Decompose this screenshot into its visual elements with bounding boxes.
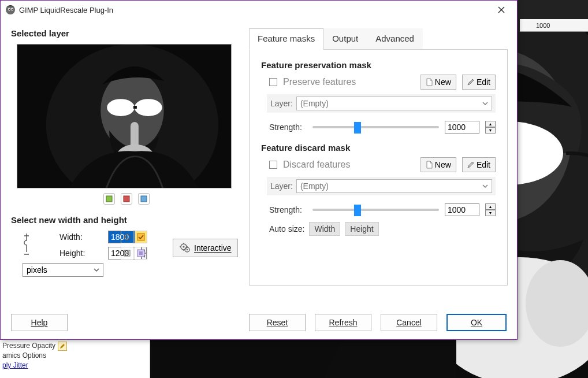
discard-strength-slider[interactable]	[312, 209, 439, 211]
preserve-strength-up[interactable]: ▲	[485, 121, 496, 127]
svg-rect-22	[141, 196, 147, 202]
chevron-down-icon	[94, 267, 99, 273]
tool-options-panel: Pressure Opacity amics Options ply Jitte…	[0, 340, 150, 378]
discard-layer-select[interactable]: (Empty)	[296, 179, 492, 193]
reset-height-icon[interactable]	[121, 247, 133, 260]
link-icon[interactable]	[23, 232, 31, 258]
preserve-label: Preserve features	[283, 77, 356, 87]
svg-point-28	[183, 246, 184, 247]
select-size-heading: Select new width and height	[11, 215, 242, 225]
discard-strength-label: Strength:	[269, 205, 307, 214]
preserve-strength-down[interactable]: ▼	[485, 127, 496, 134]
pencil-icon	[467, 79, 474, 86]
preserve-strength-slider[interactable]	[312, 126, 439, 128]
svg-point-30	[187, 249, 188, 251]
preserve-edit-button[interactable]: Edit	[462, 75, 496, 90]
width-label: Width:	[59, 232, 106, 242]
preserve-layer-label: Layer:	[270, 99, 293, 108]
selected-layer-heading: Selected layer	[11, 28, 242, 38]
preview-layer1-icon[interactable]	[103, 193, 115, 205]
discard-strength-down[interactable]: ▼	[485, 210, 496, 216]
tab-advanced[interactable]: Advanced	[367, 28, 423, 49]
discard-edit-button[interactable]: Edit	[462, 157, 496, 172]
chevron-down-icon	[482, 101, 488, 106]
window-title: GIMP LiquidRescale Plug-In	[19, 6, 489, 14]
mode-icon-2[interactable]	[135, 247, 147, 260]
autosize-width-button[interactable]: Width	[309, 222, 340, 236]
chevron-down-icon	[482, 183, 488, 189]
pencil-icon	[467, 161, 474, 168]
autosize-label: Auto size:	[269, 224, 304, 234]
discard-label: Discard features	[283, 160, 351, 170]
ruler-top: 1000	[520, 19, 588, 32]
layer-preview	[17, 44, 232, 188]
tab-output[interactable]: Output	[323, 28, 367, 49]
app-icon	[5, 5, 16, 15]
discard-heading: Feature discard mask	[261, 143, 496, 153]
refresh-button[interactable]: Refresh	[315, 314, 371, 331]
preserve-strength-label: Strength:	[269, 123, 307, 132]
interactive-label: Interactive	[194, 243, 232, 253]
reset-button[interactable]: Reset	[249, 314, 306, 331]
liquidrescale-dialog: GIMP LiquidRescale Plug-In Selected laye…	[0, 0, 518, 340]
discard-strength-up[interactable]: ▲	[485, 203, 496, 210]
preserve-new-button[interactable]: New	[420, 75, 456, 90]
preserve-checkbox[interactable]	[269, 78, 277, 86]
opt-jitter-link[interactable]: ply Jitter	[2, 361, 147, 370]
discard-new-button[interactable]: New	[420, 157, 456, 172]
tab-panel-feature-masks: Feature preservation mask Preserve featu…	[249, 50, 508, 286]
svg-rect-26	[139, 251, 143, 255]
opt-pressure-opacity: Pressure Opacity	[2, 341, 55, 351]
unit-select[interactable]: pixels	[23, 263, 103, 277]
svg-point-15	[107, 99, 135, 116]
svg-point-7	[6, 5, 15, 14]
ok-button[interactable]: OK	[446, 314, 507, 331]
preserve-layer-select[interactable]: (Empty)	[296, 97, 492, 110]
gear-icon	[179, 242, 191, 254]
help-button[interactable]: Help	[11, 314, 68, 331]
titlebar[interactable]: GIMP LiquidRescale Plug-In	[1, 1, 517, 19]
document-icon	[426, 78, 433, 86]
preview-layer3-icon[interactable]	[138, 193, 150, 205]
discard-strength-value[interactable]: 1000	[445, 203, 479, 216]
document-icon	[426, 161, 433, 169]
preview-layer2-icon[interactable]	[121, 193, 132, 205]
svg-rect-20	[106, 196, 112, 202]
opt-dynamics: amics Options	[2, 351, 147, 361]
tabs: Feature masks Output Advanced	[249, 28, 508, 50]
svg-point-16	[135, 99, 162, 116]
mode-icon-1[interactable]	[135, 231, 147, 243]
interactive-button[interactable]: Interactive	[173, 239, 238, 257]
preserve-strength-value[interactable]: 1000	[445, 121, 479, 134]
svg-point-10	[9, 9, 10, 10]
close-button[interactable]	[489, 2, 513, 18]
tab-feature-masks[interactable]: Feature masks	[249, 28, 323, 50]
svg-rect-21	[124, 196, 129, 202]
discard-checkbox[interactable]	[269, 161, 277, 169]
autosize-height-button[interactable]: Height	[345, 222, 378, 236]
cancel-button[interactable]: Cancel	[381, 314, 437, 331]
preserve-heading: Feature preservation mask	[261, 60, 496, 70]
pencil-icon[interactable]	[58, 342, 67, 351]
svg-rect-17	[133, 106, 137, 109]
height-label: Height:	[59, 249, 106, 258]
reset-width-icon[interactable]	[121, 231, 133, 243]
unit-value: pixels	[27, 265, 47, 275]
discard-layer-label: Layer:	[270, 181, 293, 191]
svg-rect-23	[137, 234, 144, 240]
svg-point-11	[12, 9, 13, 10]
